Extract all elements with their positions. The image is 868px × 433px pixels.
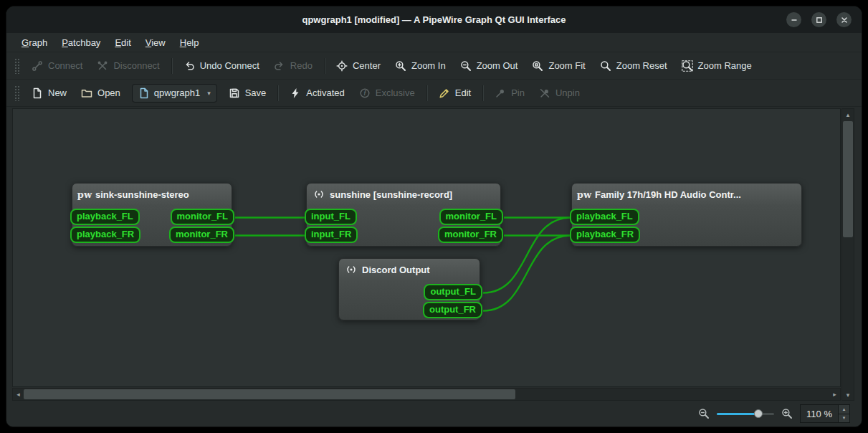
toolbar-separator xyxy=(277,85,278,101)
button-label: Zoom Out xyxy=(477,60,518,71)
node-sink-sunshine-stereo[interactable]: pwsink-sunshine-stereoplayback_FLplaybac… xyxy=(72,183,232,247)
scroll-left-arrow[interactable]: ◂ xyxy=(13,389,24,400)
port-monitor_FL[interactable]: monitor_FL xyxy=(171,209,235,225)
port-playback_FL[interactable]: playback_FL xyxy=(570,209,639,225)
disconnect-icon xyxy=(97,60,108,72)
zoom-value: 110 % xyxy=(801,405,838,422)
port-output_FL[interactable]: output_FL xyxy=(424,284,482,300)
node-header: Discord Output xyxy=(339,259,480,279)
new-button[interactable]: New xyxy=(25,83,73,103)
button-label: Disconnect xyxy=(113,60,159,71)
toolbar-file: NewOpenqpwgraph1▾SaveActivatedfExclusive… xyxy=(6,80,862,107)
zoom-in-button[interactable]: Zoom In xyxy=(388,56,452,76)
patchbay-select[interactable]: qpwgraph1▾ xyxy=(132,84,217,103)
center-icon xyxy=(336,60,348,72)
button-label: Center xyxy=(353,60,381,71)
open-icon xyxy=(81,87,92,99)
horizontal-scroll-handle[interactable] xyxy=(24,389,515,399)
pipewire-glyph: pw xyxy=(77,190,92,199)
close-button[interactable] xyxy=(836,12,852,27)
scroll-right-arrow[interactable]: ▸ xyxy=(829,389,840,400)
edit-icon xyxy=(439,87,450,99)
pipewire-icon: pw xyxy=(79,189,90,200)
scroll-down-arrow[interactable]: ▾ xyxy=(842,389,854,400)
minimize-button[interactable] xyxy=(786,12,801,27)
zoom-fit-icon xyxy=(532,60,543,72)
pin-icon xyxy=(495,87,506,99)
vertical-scroll-track[interactable] xyxy=(842,120,854,389)
port-input_FL[interactable]: input_FL xyxy=(305,209,357,225)
horizontal-scroll-track[interactable] xyxy=(24,389,829,400)
pipewire-icon: pw xyxy=(578,189,590,200)
scroll-up-arrow[interactable]: ▴ xyxy=(842,109,854,120)
button-label: Save xyxy=(245,87,267,98)
activated-button[interactable]: Activated xyxy=(283,83,350,103)
patchbay-file-icon xyxy=(138,87,150,99)
pipewire-glyph: pw xyxy=(577,190,591,199)
menu-edit[interactable]: Edit xyxy=(108,35,137,50)
node-title: sunshine [sunshine-record] xyxy=(330,189,452,200)
button-label: Zoom Reset xyxy=(616,60,667,71)
port-playback_FL[interactable]: playback_FL xyxy=(70,209,140,225)
toolbar-separator xyxy=(324,58,325,74)
zoom-range-button[interactable]: Zoom Range xyxy=(675,56,758,76)
menu-view[interactable]: View xyxy=(139,35,172,50)
zoom-spinbox[interactable]: 110 % ▴ ▾ xyxy=(800,404,850,423)
redo-button: Redo xyxy=(267,56,319,76)
button-label: Unpin xyxy=(555,87,580,98)
zoom-spin-down[interactable]: ▾ xyxy=(839,414,849,423)
svg-text:f: f xyxy=(363,90,366,97)
zoom-out-icon[interactable] xyxy=(698,408,710,419)
port-input_FR[interactable]: input_FR xyxy=(305,227,358,243)
save-icon xyxy=(229,87,240,99)
edit-button[interactable]: Edit xyxy=(432,83,477,103)
toolbar-handle[interactable] xyxy=(14,85,20,101)
open-button[interactable]: Open xyxy=(75,83,127,103)
zoom-spin-up[interactable]: ▴ xyxy=(839,405,849,414)
vertical-scroll-handle[interactable] xyxy=(843,121,853,237)
port-playback_FR[interactable]: playback_FR xyxy=(570,227,640,243)
disconnect-button: Disconnect xyxy=(90,56,166,76)
vertical-scrollbar[interactable]: ▴ ▾ xyxy=(841,108,854,401)
zoom-in-icon[interactable] xyxy=(781,408,793,419)
node-discord-output[interactable]: Discord Outputoutput_FLoutput_FR xyxy=(338,258,480,320)
undo-connect-button[interactable]: Undo Connect xyxy=(177,56,266,76)
connect-icon xyxy=(32,60,43,72)
port-playback_FR[interactable]: playback_FR xyxy=(70,227,140,243)
zoom-out-button[interactable]: Zoom Out xyxy=(454,56,525,76)
node-header: pwsink-sunshine-stereo xyxy=(72,184,232,204)
menu-patchbay[interactable]: Patchbay xyxy=(55,35,107,50)
button-label: Zoom Fit xyxy=(548,60,585,71)
patchbay-select-value: qpwgraph1 xyxy=(154,87,200,98)
connect-button: Connect xyxy=(25,56,89,76)
menu-help[interactable]: Help xyxy=(173,35,206,50)
pin-button: Pin xyxy=(488,83,531,103)
port-monitor_FR[interactable]: monitor_FR xyxy=(438,227,503,243)
center-button[interactable]: Center xyxy=(330,56,387,76)
graph-canvas[interactable]: pwsink-sunshine-stereoplayback_FLplaybac… xyxy=(12,108,841,387)
toolbar-handle[interactable] xyxy=(14,58,20,74)
node-title: Family 17h/19h HD Audio Contr... xyxy=(595,189,741,200)
titlebar[interactable]: qpwgraph1 [modified] — A PipeWire Graph … xyxy=(6,6,862,33)
menu-graph[interactable]: Graph xyxy=(15,35,54,50)
button-label: Edit xyxy=(455,87,471,98)
maximize-button[interactable] xyxy=(811,12,826,27)
button-label: Open xyxy=(97,87,120,98)
activated-icon xyxy=(290,87,301,99)
menubar: GraphPatchbayEditViewHelp xyxy=(6,33,862,52)
connection-wire[interactable] xyxy=(483,236,571,311)
horizontal-scrollbar[interactable]: ◂ ▸ xyxy=(12,388,841,401)
zoom-fit-button[interactable]: Zoom Fit xyxy=(525,56,591,76)
zoom-slider[interactable] xyxy=(717,408,774,419)
port-output_FR[interactable]: output_FR xyxy=(423,302,482,318)
zoom-reset-button[interactable]: Zoom Reset xyxy=(593,56,674,76)
zoom-slider-handle[interactable] xyxy=(754,409,763,418)
app-window: qpwgraph1 [modified] — A PipeWire Graph … xyxy=(6,6,862,427)
node-family-audio[interactable]: pwFamily 17h/19h HD Audio Contr...playba… xyxy=(571,183,802,247)
save-button[interactable]: Save xyxy=(222,83,273,103)
port-monitor_FL[interactable]: monitor_FL xyxy=(439,209,504,225)
port-monitor_FR[interactable]: monitor_FR xyxy=(169,227,234,243)
audio-app-icon xyxy=(313,189,325,200)
button-label: Zoom Range xyxy=(698,60,752,71)
node-sunshine[interactable]: sunshine [sunshine-record]input_FLinput_… xyxy=(306,183,501,247)
